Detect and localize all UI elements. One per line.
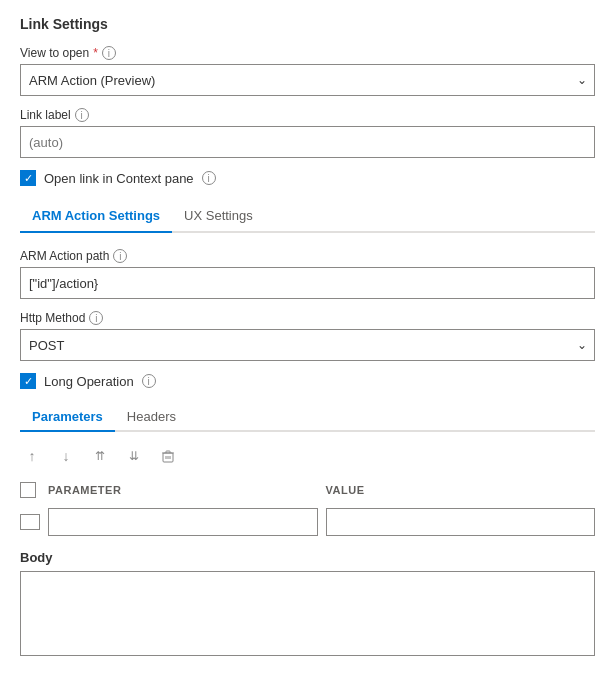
view-to-open-dropdown-wrapper: ARM Action (Preview) Blade Url ⌄: [20, 64, 595, 96]
panel: Link Settings View to open * i ARM Actio…: [0, 0, 615, 672]
http-method-info-icon[interactable]: i: [89, 311, 103, 325]
column-header-value: VALUE: [326, 484, 596, 496]
row-checkbox[interactable]: [20, 514, 40, 530]
long-operation-checkbox[interactable]: ✓: [20, 373, 36, 389]
arm-action-path-info-icon[interactable]: i: [113, 249, 127, 263]
arm-action-path-input[interactable]: [20, 267, 595, 299]
move-down-icon[interactable]: ↓: [54, 444, 78, 468]
body-section: Body: [20, 550, 595, 656]
link-label-group: Link label i: [20, 108, 595, 158]
http-method-group: Http Method i POST GET PUT DELETE PATCH …: [20, 311, 595, 361]
delete-icon[interactable]: [156, 444, 180, 468]
body-textarea[interactable]: [21, 572, 594, 652]
tab-parameters[interactable]: Parameters: [20, 403, 115, 432]
sub-tabs: Parameters Headers: [20, 403, 595, 432]
http-method-dropdown[interactable]: POST GET PUT DELETE PATCH: [20, 329, 595, 361]
view-to-open-group: View to open * i ARM Action (Preview) Bl…: [20, 46, 595, 96]
long-operation-label: Long Operation: [44, 374, 134, 389]
tab-ux-settings[interactable]: UX Settings: [172, 200, 265, 233]
required-indicator: *: [93, 46, 98, 60]
open-in-context-checkbox[interactable]: ✓: [20, 170, 36, 186]
view-to-open-info-icon[interactable]: i: [102, 46, 116, 60]
row-value-input[interactable]: [326, 508, 596, 536]
long-operation-row: ✓ Long Operation i: [20, 373, 595, 389]
arm-action-path-group: ARM Action path i: [20, 249, 595, 299]
view-to-open-dropdown[interactable]: ARM Action (Preview) Blade Url: [20, 64, 595, 96]
arm-action-path-label: ARM Action path i: [20, 249, 595, 263]
link-label-info-icon[interactable]: i: [75, 108, 89, 122]
move-top-icon[interactable]: ⇈: [88, 444, 112, 468]
table-header-row: PARAMETER VALUE: [20, 478, 595, 502]
column-header-parameter: PARAMETER: [48, 484, 318, 496]
link-label-label: Link label i: [20, 108, 595, 122]
tab-arm-action-settings[interactable]: ARM Action Settings: [20, 200, 172, 233]
move-up-icon[interactable]: ↑: [20, 444, 44, 468]
http-method-dropdown-wrapper: POST GET PUT DELETE PATCH ⌄: [20, 329, 595, 361]
body-label: Body: [20, 550, 595, 565]
long-operation-info-icon[interactable]: i: [142, 374, 156, 388]
http-method-label: Http Method i: [20, 311, 595, 325]
open-in-context-label: Open link in Context pane: [44, 171, 194, 186]
body-textarea-wrapper: [20, 571, 595, 656]
section-title: Link Settings: [20, 16, 595, 32]
table-header-checkbox[interactable]: [20, 482, 36, 498]
row-parameter-input[interactable]: [48, 508, 318, 536]
checkmark-icon: ✓: [24, 173, 33, 184]
open-in-context-info-icon[interactable]: i: [202, 171, 216, 185]
move-bottom-icon[interactable]: ⇊: [122, 444, 146, 468]
tab-headers[interactable]: Headers: [115, 403, 188, 432]
main-tabs: ARM Action Settings UX Settings: [20, 200, 595, 233]
table-row: [20, 508, 595, 536]
view-to-open-label: View to open * i: [20, 46, 595, 60]
link-label-input[interactable]: [20, 126, 595, 158]
checkmark-icon: ✓: [24, 376, 33, 387]
toolbar: ↑ ↓ ⇈ ⇊: [20, 444, 595, 468]
open-in-context-row: ✓ Open link in Context pane i: [20, 170, 595, 186]
